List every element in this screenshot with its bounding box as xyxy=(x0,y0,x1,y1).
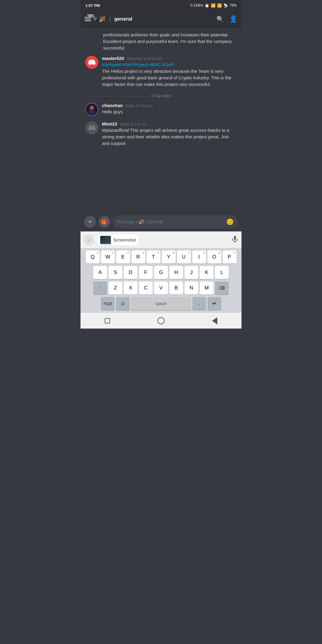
hamburger-line-3 xyxy=(85,21,91,21)
avatar-mimi23 xyxy=(85,121,98,134)
key-f[interactable]: F xyxy=(139,266,153,279)
keyboard-row-1: 1Q 2W 3E 4R 5T 6Y 7U 8I 9O 0P xyxy=(82,250,240,264)
circle-icon xyxy=(157,317,165,324)
shift-icon: ↑ xyxy=(99,285,102,291)
network-speed: 0.1KB/s xyxy=(191,3,203,7)
screenshot-label: Screenshot xyxy=(113,237,136,242)
key-i[interactable]: 8I xyxy=(192,250,206,264)
nav-square-button[interactable] xyxy=(100,315,115,326)
key-j[interactable]: J xyxy=(185,266,198,279)
message-master520: master520 Yesterday at 10:44 pm #defiyie… xyxy=(80,54,242,89)
key-delete[interactable]: ⌫ xyxy=(215,281,229,295)
plus-icon: + xyxy=(89,219,92,225)
status-time: 1:07 PM xyxy=(85,3,100,8)
screenshot-thumb-inner xyxy=(100,236,111,244)
key-h[interactable]: H xyxy=(169,266,183,279)
message-header-mimi23: Mimi23 Today at 1:07 pm xyxy=(102,121,237,126)
key-p[interactable]: 0P xyxy=(223,250,236,264)
key-m[interactable]: M xyxy=(200,281,213,295)
key-b[interactable]: B xyxy=(169,281,183,295)
key-g[interactable]: G xyxy=(154,266,168,279)
microphone-button[interactable] xyxy=(231,236,239,244)
key-z[interactable]: Z xyxy=(109,281,122,295)
key-n[interactable]: N xyxy=(185,281,198,295)
key-period[interactable]: . xyxy=(192,297,206,310)
timestamp-chanchan: Today at 6:18 am xyxy=(125,104,153,108)
hamburger-menu[interactable]: 3252 xyxy=(85,17,91,21)
username-chanchan: chanchan xyxy=(102,103,123,108)
nav-back-button[interactable] xyxy=(207,315,222,326)
hamburger-line-2 xyxy=(85,19,91,19)
key-y[interactable]: 6Y xyxy=(162,250,176,264)
key-u[interactable]: 7U xyxy=(177,250,191,264)
key-k[interactable]: K xyxy=(200,266,213,279)
signal-icon: 📶 xyxy=(211,3,216,8)
triangle-icon xyxy=(212,317,217,324)
keyboard-row-2: A S D F G H J K L xyxy=(82,266,240,279)
message-body-chanchan: Hello guys xyxy=(102,109,237,115)
message-placeholder: Message #🎉 | general xyxy=(117,219,225,225)
message-content-mimi23: Mimi23 Today at 1:07 pm Mplazaofficial T… xyxy=(102,121,237,146)
header-right: 🔍 👤 xyxy=(216,15,237,23)
add-button[interactable]: + xyxy=(84,216,96,228)
channel-emoji: 🎉 xyxy=(99,16,106,22)
key-a[interactable]: A xyxy=(93,266,107,279)
truncated-message: professionals achieves their goals and i… xyxy=(80,30,242,54)
profile-icon[interactable]: 👤 xyxy=(229,15,237,23)
gift-button[interactable]: 🎁 xyxy=(98,216,110,228)
key-c[interactable]: C xyxy=(139,281,153,295)
key-x[interactable]: X xyxy=(124,281,137,295)
status-bar: 1:07 PM 0.1KB/s ⏰ 📶 📶 📡 79% xyxy=(80,0,242,11)
truncated-text: professionals achieves their goals and i… xyxy=(103,32,232,50)
screenshot-suggestion[interactable]: Screenshot xyxy=(97,234,139,246)
alarm-icon: ⏰ xyxy=(205,3,209,8)
key-e[interactable]: 3E xyxy=(116,250,130,264)
divider-line-left xyxy=(85,96,148,96)
emoji-button[interactable]: 😊 xyxy=(226,218,234,225)
message-mimi23: Mimi23 Today at 1:07 pm Mplazaofficial T… xyxy=(80,120,242,148)
divider-date: 27 Apr 2022 xyxy=(151,94,171,98)
search-icon[interactable]: 🔍 xyxy=(216,16,224,23)
key-v[interactable]: V xyxy=(154,281,168,295)
keyboard-bottom-row: ?123 ☺ space . ↵ xyxy=(82,297,240,310)
key-shift[interactable]: ↑ xyxy=(93,281,107,295)
key-return[interactable]: ↵ xyxy=(208,297,221,310)
key-l[interactable]: L xyxy=(215,266,229,279)
username-master520: master520 xyxy=(102,56,124,61)
message-header-chanchan: chanchan Today at 6:18 am xyxy=(102,103,237,108)
keyboard: 1Q 2W 3E 4R 5T 6Y 7U 8I 9O 0P A S D F G … xyxy=(80,248,242,312)
battery-percentage: 79% xyxy=(230,3,237,7)
timestamp-mimi23: Today at 1:07 pm xyxy=(120,122,147,126)
nav-home-button[interactable] xyxy=(154,315,168,326)
message-content-master520: master520 Yesterday at 10:44 pm #defiyie… xyxy=(102,56,237,87)
autocomplete-bar: › Screenshot xyxy=(80,231,242,248)
key-123[interactable]: ?123 xyxy=(101,297,114,310)
header-divider: | xyxy=(109,16,111,22)
key-emoji-toggle[interactable]: ☺ xyxy=(116,297,130,310)
message-body-master520: The Helios project is very attractive be… xyxy=(102,68,237,87)
key-r[interactable]: 4R xyxy=(131,250,145,264)
key-t[interactable]: 5T xyxy=(147,250,160,264)
notification-badge: 3252 xyxy=(87,15,94,15)
divider-line-right xyxy=(174,96,237,96)
message-hashtags-master520: #defiyield #DeFiProject #BSC #DeFi xyxy=(102,61,237,68)
message-input-field[interactable]: Message #🎉 | general 😊 xyxy=(113,215,238,228)
avatar-chanchan: 🎮 xyxy=(85,103,98,116)
system-nav-bar xyxy=(80,312,242,329)
timestamp-master520: Yesterday at 10:44 pm xyxy=(126,57,162,61)
key-d[interactable]: D xyxy=(124,266,137,279)
username-mimi23: Mimi23 xyxy=(102,121,117,126)
message-chanchan: 🎮 chanchan Today at 6:18 am Hello guys xyxy=(80,101,242,118)
wifi-icon: 📡 xyxy=(223,3,228,8)
key-q[interactable]: 1Q xyxy=(86,250,100,264)
key-s[interactable]: S xyxy=(109,266,122,279)
key-o[interactable]: 9O xyxy=(208,250,221,264)
chevron-button[interactable]: › xyxy=(83,235,94,245)
svg-text:🎮: 🎮 xyxy=(90,106,94,110)
key-w[interactable]: 2W xyxy=(101,250,115,264)
keyboard-row-3: ↑ Z X C V B N M ⌫ xyxy=(82,281,240,295)
key-space[interactable]: space xyxy=(131,297,191,310)
message-content-chanchan: chanchan Today at 6:18 am Hello guys xyxy=(102,103,237,116)
channel-name: general xyxy=(114,16,132,22)
message-body-mimi23: Mplazaofficial This project will achieve… xyxy=(102,127,237,146)
